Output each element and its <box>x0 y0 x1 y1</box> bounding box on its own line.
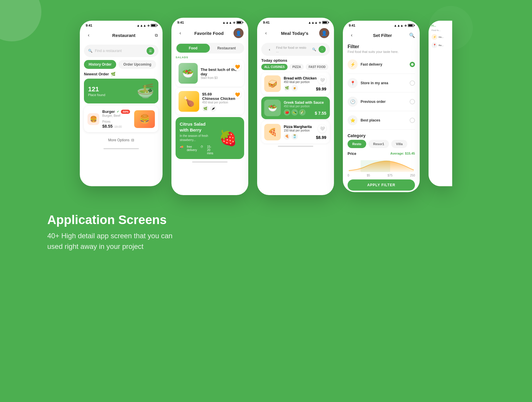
filter-all[interactable]: ALL CUISINES <box>261 64 288 70</box>
search-back[interactable]: ‹ <box>265 45 274 54</box>
back-button-2[interactable]: ‹ <box>176 29 184 37</box>
search-green-btn[interactable]: ↑ <box>319 46 326 53</box>
home-indicator-2 <box>192 161 228 163</box>
partial-opt-2: 📍 Re... <box>432 42 449 48</box>
filter-option-1[interactable]: ⚡ Fast delivery <box>343 56 420 72</box>
filter-title: Filter <box>343 42 420 50</box>
food-decoration-icon: 🍜 <box>137 83 154 99</box>
meal1-name: Bread with Chicken <box>284 76 317 80</box>
time-3: 9:41 <box>263 21 270 24</box>
food-tab[interactable]: Food <box>176 44 210 53</box>
price-chart: 0 $5 $75 250 <box>348 159 415 176</box>
divider-1 <box>348 74 415 74</box>
price-75: $75 <box>387 174 392 177</box>
filter-option-3[interactable]: 🕐 Previous order <box>343 94 420 110</box>
search-bar-1[interactable]: 🔍 Find a restaurant ☰ <box>84 45 158 57</box>
partial-text-1: Ho... <box>439 36 444 38</box>
screen3-meal: 9:41 ▲▲▲ ⌾ ‹ Meal Today's 👤 ‹ Find for f… <box>257 18 334 195</box>
restaurant-logo: 🍔 <box>87 113 99 125</box>
battery-icon-3 <box>322 21 328 24</box>
meal2-cal: 450 kkal per portion <box>284 105 324 108</box>
search-icon-4[interactable]: 🔍 <box>409 33 415 38</box>
screen3-title: Meal Today's <box>281 31 308 36</box>
price-avg-value: $15.45 <box>405 152 415 155</box>
cat-btn-2[interactable]: Resor1 <box>369 140 389 148</box>
screen2-favorite: 9:41 ▲▲▲ ⌾ ‹ Favorite Food 👤 Food Restau… <box>171 18 248 195</box>
partial-content: Fi... Find fo... ⚡ Ho... 📍 Re... <box>429 21 452 186</box>
item2-price: $5.69 <box>202 92 235 96</box>
heart-meal3[interactable]: 🤍 <box>318 124 326 133</box>
order-tabs: History Order Order Upcoming <box>84 60 158 69</box>
food-item-1[interactable]: 🥗 The best luch of the day Start from $3… <box>176 60 244 87</box>
ing-m3-1: 🍕 <box>284 133 290 140</box>
order-count-card: 121 Place found 🍜 <box>84 79 158 103</box>
search-icon-3[interactable]: 🔍 <box>312 48 316 51</box>
heart-btn-2[interactable]: 🧡 <box>233 91 241 98</box>
restaurant-tab[interactable]: Restaurant <box>210 44 243 53</box>
best-places-icon: ⭐ <box>348 115 358 125</box>
radio-2[interactable] <box>410 80 415 86</box>
bottom-title: Application Screens <box>47 213 173 227</box>
heart-meal1[interactable]: 🤍 <box>318 76 326 84</box>
battery-icon <box>151 24 157 27</box>
meal-card-2[interactable]: 🥗 Greek Salad with Sauce 450 kkal per po… <box>261 97 330 119</box>
signal-icon: ▲▲▲ <box>137 24 146 27</box>
status-bar-3: 9:41 ▲▲▲ ⌾ <box>257 18 334 26</box>
search-filter-btn[interactable]: ☰ <box>147 47 154 55</box>
filter-option-2[interactable]: 📍 Store in my area <box>343 75 420 91</box>
bottom-section: Application Screens 40+ High detail app … <box>24 213 196 252</box>
radio-4[interactable] <box>410 118 415 123</box>
radio-3[interactable] <box>410 99 415 104</box>
food-item-2[interactable]: 🍗 $5.69 Chinesse Chicken 450 kkal per po… <box>176 88 244 115</box>
time-2: 9:41 <box>177 21 184 24</box>
price-title: Price <box>348 152 356 156</box>
search-placeholder-1: Find a restaurant <box>95 49 122 53</box>
user-avatar-3: 👤 <box>319 28 329 38</box>
option1-text: Fast delivery <box>361 62 407 67</box>
cat-btn-1[interactable]: Resto <box>348 140 366 148</box>
meal1-info: Bread with Chicken 450 kkal per portion … <box>284 76 317 91</box>
apply-filter-button[interactable]: APPLY FILTER <box>348 179 415 191</box>
meal-card-1[interactable]: 🥪 Bread with Chicken 450 kkal per portio… <box>261 72 330 95</box>
upcoming-order-tab[interactable]: Order Upcoming <box>119 60 156 69</box>
bread-image: 🥪 <box>264 75 281 92</box>
divider-3 <box>348 111 415 111</box>
radio-1[interactable] <box>410 62 415 67</box>
status-icons-1: ▲▲▲ ⌾ <box>137 24 157 27</box>
cat-btn-3[interactable]: Villa <box>391 140 407 148</box>
svg-rect-0 <box>361 160 390 172</box>
divider-2 <box>348 92 415 93</box>
restaurant-name: Burger <box>102 109 115 114</box>
category-buttons: Resto Resor1 Villa <box>343 140 420 151</box>
price-avg-label: Average: <box>390 152 404 155</box>
history-order-tab[interactable]: History Order <box>84 60 116 69</box>
search-bar-3[interactable]: ‹ Find for food or resto ... 🔍 ↑ <box>261 43 330 56</box>
back-button-3[interactable]: ‹ <box>262 29 270 37</box>
burger-image: 🍔 <box>134 110 155 128</box>
partial-subtitle: Find fo... <box>432 29 449 32</box>
price-max: 250 <box>410 174 415 177</box>
heart-btn-1[interactable]: 🧡 <box>233 63 241 71</box>
featured-card[interactable]: Citrus Salad with Berry In the season of… <box>176 117 244 159</box>
ing-m1-1: 🌿 <box>284 85 290 91</box>
filter-pizza[interactable]: PIZZA <box>289 64 304 70</box>
filter-fastfood[interactable]: FAST FOOD <box>306 64 328 70</box>
battery-icon-4 <box>408 24 414 27</box>
leaf-icon: 🌿 <box>111 72 116 76</box>
greek-image: 🥗 <box>264 100 281 116</box>
back-button-1[interactable]: ‹ <box>85 31 93 39</box>
restaurant-card[interactable]: 🍔 Burger ✔ -50% Burger, Beef Prices $8.5… <box>84 106 158 132</box>
restaurant-info: Burger ✔ -50% Burger, Beef Prices $8.55 … <box>102 109 130 129</box>
more-options[interactable]: More Options ⊟ <box>80 134 163 146</box>
back-button-4[interactable]: ‹ <box>348 31 356 39</box>
meal1-price: $9.99 <box>316 87 326 91</box>
store-icon: 📍 <box>348 78 358 88</box>
wifi-icon-2: ⌾ <box>233 21 235 24</box>
filter-icon[interactable]: ⧉ <box>155 33 158 38</box>
filter-option-4[interactable]: ⭐ Best places <box>343 112 420 128</box>
meal-card-3[interactable]: 🍕 Pizza Margharita 150 kkal per portion … <box>261 121 330 143</box>
search-placeholder-3: Find for food or resto ... <box>276 46 310 53</box>
search-icon-1: 🔍 <box>88 49 93 53</box>
subtitle-line1: 40+ High detail app screen that you can <box>47 232 173 240</box>
meal1-cal: 450 kkal per portion <box>284 80 317 84</box>
